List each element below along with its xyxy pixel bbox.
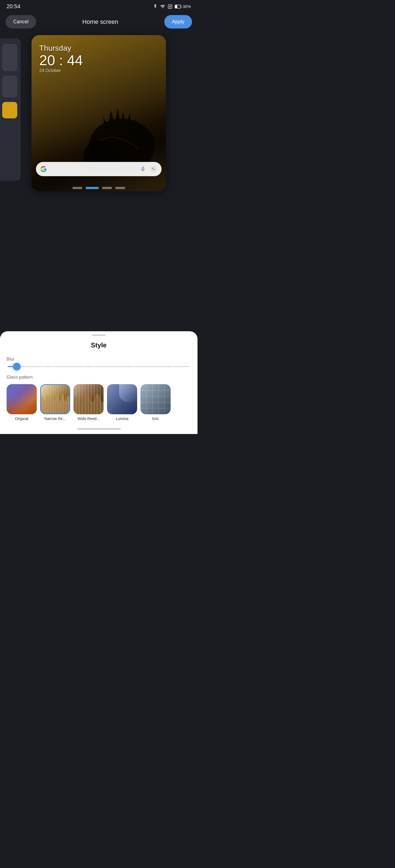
pattern-thumb-grid[interactable] [140,384,171,414]
pattern-label-narrow-reed: Narrow Re... [45,416,66,421]
tick-1 [48,365,48,368]
pattern-item-grid[interactable]: Gric [140,384,171,421]
search-bar-container[interactable] [36,162,162,176]
slider-track[interactable] [8,366,190,367]
pattern-item-original[interactable]: Original [7,384,37,421]
battery-text: 30% [183,4,191,9]
sheet-title: Style [7,341,191,349]
search-bar[interactable] [36,162,162,176]
slider-thumb[interactable] [13,363,21,370]
top-nav: Cancel Home screen Apply [0,12,198,33]
status-icons: 30% [153,4,191,9]
phone-content: Thursday 20 : 44 24 October [32,35,166,191]
clock-day: Thursday [39,44,158,53]
lens-icon[interactable] [149,165,157,173]
tick-2 [88,365,88,368]
side-mini-card-2 [2,75,17,97]
pattern-label-wide-reed: Wide Reed... [78,416,100,421]
status-time: 20:54 [7,3,20,9]
google-logo [40,166,47,172]
dock-dot-4 [115,187,125,189]
blur-section: Blur [7,357,191,367]
apply-button[interactable]: Apply [164,15,192,29]
slider-container[interactable] [7,366,191,367]
side-preview-left [0,38,21,181]
svg-point-7 [150,166,156,172]
clock-area: Thursday 20 : 44 24 October [32,35,166,78]
cancel-button[interactable]: Cancel [5,15,36,29]
svg-rect-2 [175,5,177,8]
bottom-sheet: Style Blur Glass pattern Origi [0,331,198,434]
dock-dot-3 [102,187,112,189]
pattern-thumb-lumina[interactable] [107,384,137,414]
phone-screen: Thursday 20 : 44 24 October [32,35,166,191]
blur-label: Blur [7,357,191,362]
pattern-label-grid: Gric [152,416,159,421]
side-mini-card-1 [2,44,17,71]
microphone-icon[interactable] [139,165,147,173]
clock-date: 24 October [39,68,158,73]
svg-rect-3 [181,6,181,7]
pattern-thumb-narrow-reed[interactable] [40,384,70,414]
tick-3 [128,365,129,368]
sheet-handle [92,335,105,336]
svg-marker-6 [103,108,137,130]
side-mini-card-yellow [2,102,17,118]
battery-icon: 30% [175,4,191,9]
pattern-item-lumina[interactable]: Lumina [107,384,137,421]
pattern-thumb-original[interactable] [7,384,37,414]
pattern-label-lumina: Lumina [116,416,129,421]
pattern-thumb-wide-reed[interactable] [74,384,104,414]
dock-area [32,187,166,189]
home-indicator [77,428,121,430]
glass-pattern-label: Glass pattern [7,375,191,380]
pattern-item-wide-reed[interactable]: Wide Reed... [74,384,104,421]
clock-time: 20 : 44 [39,53,158,68]
bluetooth-icon [153,4,158,9]
status-bar: 20:54 30% [0,0,198,12]
dock-dot-active [86,187,99,189]
nav-title: Home screen [82,18,118,26]
glass-pattern-section: Glass pattern Original Narrow Re... [7,375,191,423]
wifi-icon [160,4,165,9]
pattern-item-narrow-reed[interactable]: Narrow Re... [40,384,70,421]
pattern-grid: Original Narrow Re... W [7,384,191,423]
pattern-label-original: Original [15,416,28,421]
preview-area: Thursday 20 : 44 24 October [0,33,198,194]
dock-dot-1 [73,187,82,189]
tick-4 [168,365,168,368]
notification-icon [168,4,172,9]
